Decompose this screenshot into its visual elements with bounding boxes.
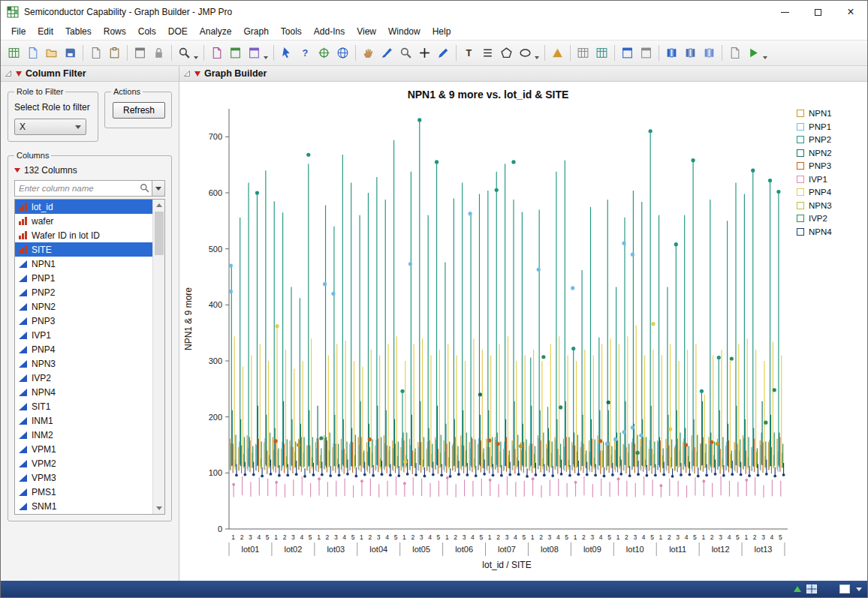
toolbar-column-properties-button[interactable] (681, 44, 700, 63)
column-item-inm1[interactable]: INM1 (15, 413, 152, 428)
toolbar-crosshair-tool-button[interactable] (315, 44, 333, 63)
toolbar-copy-button[interactable] (86, 44, 105, 63)
red-triangle-menu-icon[interactable] (194, 71, 200, 77)
toolbar-pyramid-button[interactable] (548, 44, 567, 63)
legend-item-pnp1[interactable]: PNP1 (797, 122, 858, 131)
menu-doe[interactable]: DOE (162, 24, 194, 39)
menu-analyze[interactable]: Analyze (194, 24, 238, 39)
toolbar-annotate-polygon-button[interactable] (497, 44, 516, 63)
scroll-down-icon[interactable] (153, 503, 164, 514)
scrollbar-thumb[interactable] (155, 212, 164, 255)
statusbar-caret-icon[interactable] (856, 587, 862, 591)
toolbar-run-script-button[interactable] (744, 44, 763, 63)
column-item-npn2[interactable]: NPN2 (15, 299, 152, 314)
toolbar-script-window-button[interactable] (131, 44, 149, 63)
column-item-site[interactable]: SITE (15, 242, 152, 257)
show-panel-icon[interactable] (794, 586, 801, 592)
column-item-pnp4[interactable]: PNP4 (15, 342, 152, 356)
toolbar-data-grid-1-button[interactable] (574, 44, 592, 63)
column-item-npn3[interactable]: NPN3 (15, 356, 152, 371)
search-options-button[interactable] (152, 180, 165, 197)
legend-item-pnp3[interactable]: PNP3 (797, 161, 858, 170)
column-item-inm2[interactable]: INM2 (15, 428, 152, 442)
column-item-ivp2[interactable]: IVP2 (15, 371, 152, 385)
toolbar-new-data-table-button[interactable] (5, 44, 23, 63)
toolbar-grabber-tool-button[interactable] (359, 44, 378, 63)
legend-item-npn4[interactable]: NPN4 (797, 227, 858, 236)
toolbar-lock-button[interactable] (149, 44, 168, 63)
menu-graph[interactable]: Graph (237, 24, 274, 39)
column-item-npn1[interactable]: NPN1 (15, 257, 152, 271)
toolbar-journal-page-button[interactable] (725, 44, 744, 63)
legend-item-pnp2[interactable]: PNP2 (797, 135, 858, 144)
toolbar-journal-button[interactable] (207, 44, 226, 63)
menu-help[interactable]: Help (426, 24, 457, 39)
menu-tools[interactable]: Tools (275, 24, 308, 39)
column-item-vpm2[interactable]: VPM2 (15, 456, 152, 470)
toolbar-data-grid-2-button[interactable] (592, 44, 611, 63)
toolbar-dropdown-caret-icon[interactable] (194, 56, 198, 59)
column-item-vpm1[interactable]: VPM1 (15, 442, 152, 456)
column-item-npn4[interactable]: NPN4 (15, 385, 152, 399)
column-item-pnp3[interactable]: PNP3 (15, 314, 152, 328)
toolbar-annotate-text-button[interactable]: T (460, 44, 478, 63)
column-search-input[interactable] (14, 180, 152, 197)
toolbar-new-window-button[interactable] (245, 44, 264, 63)
scroll-up-icon[interactable] (153, 200, 164, 211)
marker-swatch[interactable] (839, 584, 850, 593)
menu-cols[interactable]: Cols (132, 24, 162, 39)
legend-item-npn2[interactable]: NPN2 (797, 149, 858, 158)
toolbar-save-button[interactable] (61, 44, 80, 63)
collapse-triangle-icon[interactable] (183, 70, 191, 77)
close-button[interactable]: × (834, 1, 867, 23)
columns-red-triangle-icon[interactable] (14, 168, 20, 173)
toolbar-scribble-tool-button[interactable] (434, 44, 453, 63)
menu-edit[interactable]: Edit (32, 24, 59, 39)
toolbar-open-button[interactable] (42, 44, 61, 63)
column-item-pnp1[interactable]: PNP1 (15, 271, 152, 285)
toolbar-search-button[interactable] (175, 44, 194, 63)
column-item-wafer-id-in-lot-id[interactable]: Wafer ID in lot ID (15, 228, 152, 242)
legend-item-pnp4[interactable]: PNP4 (797, 188, 858, 197)
legend-item-npn3[interactable]: NPN3 (797, 201, 858, 210)
toolbar-paste-button[interactable] (105, 44, 124, 63)
toolbar-annotate-lines-button[interactable] (478, 44, 497, 63)
column-item-pms1[interactable]: PMS1 (15, 485, 152, 499)
column-item-wafer[interactable]: wafer (15, 214, 152, 228)
role-dropdown[interactable]: X (14, 119, 86, 135)
refresh-button[interactable]: Refresh (113, 102, 165, 119)
toolbar-annotate-oval-button[interactable] (516, 44, 535, 63)
toolbar-columns-viewer-button[interactable] (662, 44, 681, 63)
toolbar-annotate-plus-tool-button[interactable] (415, 44, 434, 63)
toolbar-window-list-button[interactable] (637, 44, 656, 63)
toolbar-browser-tool-button[interactable] (333, 44, 352, 63)
toolbar-dropdown-caret-icon[interactable] (763, 56, 767, 59)
column-item-snm1[interactable]: SNM1 (15, 499, 152, 513)
toolbar-dropdown-caret-icon[interactable] (264, 56, 268, 59)
maximize-button[interactable] (801, 1, 834, 23)
toolbar-layout-button[interactable] (226, 44, 245, 63)
legend-item-npn1[interactable]: NPN1 (797, 109, 858, 118)
toolbar-magnifier-tool-button[interactable] (396, 44, 415, 63)
toolbar-new-script-button[interactable] (23, 44, 42, 63)
collapse-triangle-icon[interactable] (5, 70, 12, 77)
toolbar-help-tool-button[interactable]: ? (296, 44, 315, 63)
column-item-lot-id[interactable]: lot_id (15, 200, 152, 214)
menu-window[interactable]: Window (382, 24, 426, 39)
legend-item-ivp2[interactable]: IVP2 (797, 214, 858, 223)
toolbar-dropdown-caret-icon[interactable] (535, 56, 539, 59)
menu-rows[interactable]: Rows (98, 24, 132, 39)
menu-tables[interactable]: Tables (59, 24, 98, 39)
menu-add-ins[interactable]: Add-Ins (308, 24, 351, 39)
menu-view[interactable]: View (351, 24, 382, 39)
menu-file[interactable]: File (5, 24, 32, 39)
columns-scrollbar[interactable] (152, 200, 164, 514)
red-triangle-menu-icon[interactable] (16, 71, 22, 77)
legend-item-ivp1[interactable]: IVP1 (797, 175, 858, 184)
variability-chart[interactable]: 0100200300400500600700123451234512345123… (181, 101, 795, 583)
minimize-button[interactable] (768, 1, 801, 23)
toolbar-arrow-tool-button[interactable] (277, 44, 296, 63)
column-item-pnp2[interactable]: PNP2 (15, 285, 152, 299)
column-item-ivp1[interactable]: IVP1 (15, 328, 152, 342)
scrollbar-track[interactable] (153, 211, 164, 503)
